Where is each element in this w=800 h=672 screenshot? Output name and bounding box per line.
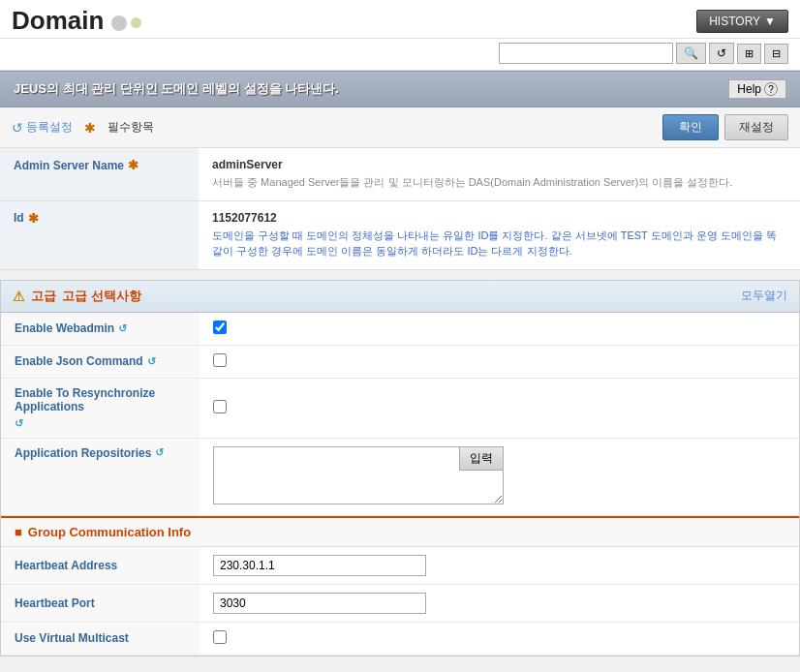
group-form-table: Heartbeat Address Heartbeat Port Use Vir… (1, 547, 799, 656)
table-row: Use Virtual Multicast (1, 622, 799, 655)
history-button[interactable]: HISTORY ▼ (696, 10, 788, 33)
icon-button-2[interactable]: ⊟ (764, 44, 788, 64)
advanced-header: ⚠ 고급 고급 선택사항 모두열기 (1, 281, 799, 313)
resync-label-text: Enable To Resynchronize Applications (15, 386, 186, 413)
group-comm-section: ■ Group Communication Info Heartbeat Add… (1, 516, 799, 656)
repo-label: Application Repositories ↺ (15, 446, 186, 460)
resync-label-cell: Enable To Resynchronize Applications ↺ (1, 378, 200, 438)
group-icon: ■ (15, 525, 22, 539)
history-arrow-icon: ▼ (764, 15, 776, 28)
admin-server-label: Admin Server Name ✱ (14, 158, 185, 172)
admin-server-label-cell: Admin Server Name ✱ (0, 148, 199, 200)
resync-checkbox[interactable] (213, 400, 227, 413)
table-row: Admin Server Name ✱ adminServer 서버들 중 Ma… (0, 148, 800, 200)
heartbeat-addr-value-cell (200, 547, 799, 585)
id-value: 1152077612 (212, 211, 786, 225)
virtual-multicast-checkbox[interactable] (213, 630, 227, 644)
help-label: Help (737, 82, 761, 96)
heartbeat-port-label: Heartbeat Port (15, 596, 95, 610)
search-bar: 🔍 ↺ ⊞ ⊟ (0, 39, 800, 71)
header-left: Domain (12, 6, 141, 36)
table-row: Id ✱ 1152077612 도메인을 구성할 때 도메인의 정체성을 나타내… (0, 200, 800, 269)
repo-value-cell: 입력 (200, 438, 799, 515)
resync-value-cell (200, 378, 799, 438)
toolbar: ↺ 등록설정 ✱ 필수항목 확인 재설정 (0, 107, 800, 148)
table-row: Enable To Resynchronize Applications ↺ (1, 378, 799, 438)
history-label: HISTORY (709, 15, 760, 28)
toolbar-left: ↺ 등록설정 ✱ 필수항목 (12, 119, 154, 136)
webadmin-sync-icon[interactable]: ↺ (118, 322, 127, 335)
repo-label-text: Application Repositories (15, 446, 151, 460)
expand-all-link[interactable]: 모두열기 (741, 288, 787, 304)
search-input[interactable] (499, 43, 673, 64)
description-text: JEUS의 최대 관리 단위인 도메인 레벨의 설정을 나타낸다. (14, 80, 339, 98)
circle-green-icon (131, 17, 141, 28)
help-icon: ? (764, 82, 778, 96)
admin-server-desc: 서버들 중 Managed Server들을 관리 및 모니터링하는 DAS(D… (212, 174, 786, 191)
heartbeat-address-input[interactable] (213, 555, 426, 576)
webadmin-checkbox[interactable] (213, 321, 227, 334)
repo-sync-icon[interactable]: ↺ (155, 446, 164, 459)
search-button[interactable]: 🔍 (676, 43, 706, 64)
group-comm-header: ■ Group Communication Info (1, 518, 799, 547)
virtual-multicast-label-cell: Use Virtual Multicast (1, 622, 200, 655)
table-row: Enable Json Command ↺ (1, 345, 799, 378)
required-mark: ✱ (84, 120, 96, 136)
help-button[interactable]: Help ? (728, 79, 786, 99)
json-cmd-checkbox[interactable] (213, 353, 227, 367)
refresh-button[interactable]: ↺ (709, 43, 734, 64)
json-cmd-sync-icon[interactable]: ↺ (147, 355, 156, 368)
table-row: Application Repositories ↺ 입력 (1, 438, 799, 515)
main-form: Admin Server Name ✱ adminServer 서버들 중 Ma… (0, 148, 800, 270)
header: Domain HISTORY ▼ (0, 0, 800, 39)
json-cmd-label-text: Enable Json Command (15, 354, 143, 368)
confirm-button[interactable]: 확인 (662, 114, 719, 140)
admin-server-label-text: Admin Server Name (14, 159, 124, 172)
resync-sync-icon[interactable]: ↺ (15, 417, 23, 430)
table-row: Heartbeat Port (1, 584, 799, 622)
virtual-multicast-value-cell (200, 622, 799, 655)
header-circles (111, 15, 141, 31)
advanced-form-table: Enable Webadmin ↺ Enable Json Command ↺ (1, 313, 799, 516)
reset-button[interactable]: 재설정 (724, 114, 788, 140)
advanced-title-text: 고급 (31, 288, 56, 305)
heartbeat-port-value-cell (200, 584, 799, 622)
advanced-section: ⚠ 고급 고급 선택사항 모두열기 Enable Webadmin ↺ Enab… (0, 280, 800, 657)
virtual-multicast-label: Use Virtual Multicast (15, 631, 129, 645)
heartbeat-addr-label: Heartbeat Address (15, 559, 117, 572)
json-cmd-value-cell (200, 345, 799, 378)
domain-title: Domain (12, 6, 104, 36)
repo-label-cell: Application Repositories ↺ (1, 438, 200, 515)
id-label-text: Id (14, 211, 24, 225)
resync-label: Enable To Resynchronize Applications ↺ (15, 386, 186, 430)
id-required-icon: ✱ (28, 211, 39, 226)
table-row: Enable Webadmin ↺ (1, 313, 799, 346)
id-desc: 도메인을 구성할 때 도메인의 정체성을 나타내는 유일한 ID를 지정한다. … (212, 228, 786, 260)
heartbeat-port-input[interactable] (213, 593, 426, 614)
heartbeat-port-label-cell: Heartbeat Port (1, 584, 200, 622)
webadmin-value-cell (200, 313, 799, 346)
webadmin-label-cell: Enable Webadmin ↺ (1, 313, 200, 346)
admin-server-required-icon: ✱ (128, 158, 138, 172)
id-value-cell: 1152077612 도메인을 구성할 때 도메인의 정체성을 나타내는 유일한… (199, 200, 800, 269)
id-label: Id ✱ (14, 211, 185, 226)
advanced-subtitle-text: 고급 선택사항 (62, 288, 141, 305)
form-table: Admin Server Name ✱ adminServer 서버들 중 Ma… (0, 148, 800, 270)
advanced-warning-icon: ⚠ (13, 289, 25, 304)
repo-input-button[interactable]: 입력 (459, 446, 504, 471)
repo-container: 입력 (213, 446, 504, 504)
circle-gray-icon (111, 15, 127, 31)
json-cmd-label: Enable Json Command ↺ (15, 354, 186, 368)
description-banner: JEUS의 최대 관리 단위인 도메인 레벨의 설정을 나타낸다. Help ? (0, 71, 800, 107)
dynamic-link[interactable]: ↺ 등록설정 (12, 119, 73, 136)
id-label-cell: Id ✱ (0, 200, 199, 269)
json-cmd-label-cell: Enable Json Command ↺ (1, 345, 200, 378)
admin-server-value-cell: adminServer 서버들 중 Managed Server들을 관리 및 … (199, 148, 800, 200)
table-row: Heartbeat Address (1, 547, 799, 585)
toolbar-right: 확인 재설정 (662, 114, 788, 140)
webadmin-label: Enable Webadmin ↺ (15, 321, 186, 335)
required-label: 필수항목 (108, 119, 154, 136)
webadmin-label-text: Enable Webadmin (15, 321, 114, 335)
icon-button-1[interactable]: ⊞ (737, 44, 761, 64)
group-title: Group Communication Info (28, 525, 191, 539)
